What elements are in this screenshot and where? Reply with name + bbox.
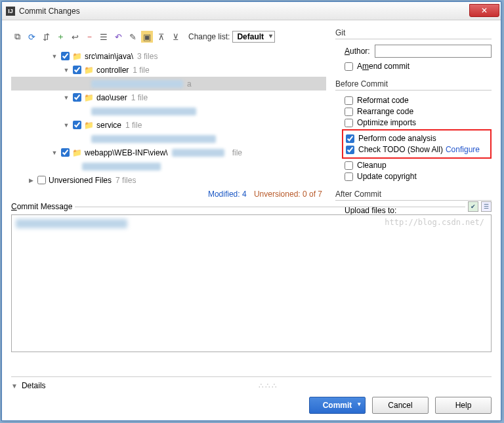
twisty-icon[interactable]: ▶ (27, 177, 35, 184)
collapse-icon[interactable]: ▣ (141, 31, 153, 43)
twisty-icon[interactable]: ▼ (62, 122, 70, 129)
include-checkbox[interactable] (73, 93, 81, 102)
tree-row[interactable]: ▼📁webapp\WEB-INF\view\file (11, 146, 326, 159)
after-title: After Commit (335, 190, 492, 201)
node-label: src\main\java\ (85, 52, 133, 61)
commit-message-textarea[interactable]: http://blog.csdn.net/ (11, 214, 492, 352)
titlebar[interactable]: IJ Commit Changes ✕ (2, 2, 501, 20)
optimize-label: Optimize imports (357, 118, 416, 127)
analysis-checkbox[interactable] (346, 134, 354, 143)
twisty-icon[interactable]: ▼ (51, 150, 58, 156)
reformat-label: Reformat code (357, 96, 409, 105)
folder-icon: 📁 (84, 121, 94, 130)
before-rearrange-row: Rearrange code (345, 107, 492, 116)
rollback-icon[interactable]: ↩ (69, 31, 81, 43)
changes-tree[interactable]: ▼📁src\main\java\3 files▼📁controller1 fil… (11, 49, 326, 187)
history-icon[interactable]: ☰ (481, 201, 492, 212)
before-commit-group: Before Commit Reformat codeRearrange cod… (335, 79, 492, 183)
commit-message-label: Commit Message (11, 202, 72, 211)
watermark: http://blog.csdn.net/ (385, 218, 484, 227)
rearrange-label: Rearrange code (357, 107, 413, 116)
author-label: Author: (345, 47, 375, 56)
edit-icon[interactable]: ✎ (127, 31, 138, 43)
amend-label: Amend commit (357, 62, 410, 71)
cleanup-checkbox[interactable] (345, 161, 353, 170)
copyright-checkbox[interactable] (345, 172, 353, 181)
include-checkbox[interactable] (37, 176, 46, 184)
tree-row[interactable]: ▶Unversioned Files7 files (11, 173, 326, 187)
before-title: Before Commit (335, 79, 492, 91)
include-checkbox[interactable] (73, 66, 81, 74)
spellcheck-icon[interactable]: ✔ (468, 201, 478, 212)
resize-grip-icon[interactable]: ∴∴∴ (46, 381, 492, 390)
node-label: Unversioned Files (49, 176, 112, 185)
tree-row[interactable]: a (11, 77, 326, 91)
undo-icon[interactable]: ↶ (112, 31, 124, 43)
remove-icon[interactable]: － (83, 31, 95, 43)
changelist-dropdown[interactable]: Default (232, 31, 275, 43)
node-label: webapp\WEB-INF\view\ (85, 148, 168, 157)
todo-configure-link[interactable]: Configure (446, 145, 480, 154)
close-button[interactable]: ✕ (469, 4, 499, 17)
node-suffix: 3 files (137, 52, 158, 61)
help-button[interactable]: Help (435, 397, 492, 414)
include-checkbox[interactable] (61, 52, 70, 60)
reformat-checkbox[interactable] (345, 96, 353, 105)
app-icon: IJ (6, 7, 15, 16)
filter-icon[interactable]: ⊻ (170, 31, 182, 43)
optimize-checkbox[interactable] (345, 119, 353, 127)
node-suffix: a (187, 79, 192, 89)
commit-dialog: IJ Commit Changes ✕ ⧉ ⟳ ⇵ ＋ ↩ － ☰ ↶ ✎ ▣ … (1, 1, 501, 421)
node-label: controller (96, 66, 129, 75)
git-title: Git (335, 28, 492, 39)
tree-row[interactable]: ▼📁src\main\java\3 files (11, 49, 326, 63)
unversioned-count: Unversioned: 0 of 7 (254, 190, 322, 199)
twisty-icon[interactable]: ▼ (62, 67, 70, 73)
folder-icon: 📁 (72, 148, 82, 157)
node-suffix: 1 file (133, 66, 149, 75)
move-icon[interactable]: ⇵ (40, 31, 52, 43)
cancel-button[interactable]: Cancel (372, 397, 429, 414)
modified-count: Modified: 4 (208, 190, 247, 199)
details-twisty-icon[interactable]: ▼ (11, 382, 18, 390)
folder-icon: 📁 (72, 52, 82, 61)
tree-row[interactable] (11, 159, 326, 173)
folder-icon: 📁 (84, 66, 94, 75)
twisty-icon[interactable]: ▼ (62, 94, 70, 101)
node-suffix: 1 file (125, 121, 142, 130)
expand-icon[interactable]: ⊼ (156, 31, 167, 43)
tree-row[interactable] (11, 132, 326, 146)
tree-row[interactable] (11, 104, 326, 118)
rearrange-checkbox[interactable] (345, 108, 353, 116)
todo-label: Check TODO (Show All) (358, 145, 443, 154)
twisty-icon[interactable]: ▼ (51, 53, 58, 60)
tree-row[interactable]: ▼📁controller1 file (11, 63, 326, 77)
before-reformat-row: Reformat code (345, 96, 492, 105)
node-suffix: 7 files (116, 176, 136, 185)
commit-button[interactable]: Commit (309, 397, 366, 414)
before-cleanup-row: Cleanup (345, 161, 492, 170)
refresh-icon[interactable]: ⟳ (26, 31, 37, 43)
group-icon[interactable]: ☰ (98, 31, 110, 43)
author-input[interactable] (375, 45, 492, 58)
node-label: service (96, 121, 121, 130)
before-analysis-row: Perform code analysis (346, 134, 490, 143)
dialog-body: ⧉ ⟳ ⇵ ＋ ↩ － ☰ ↶ ✎ ▣ ⊼ ⊻ Change list: Def… (2, 20, 501, 420)
stats-bar: Modified: 4 Unversioned: 0 of 7 (11, 187, 326, 201)
node-suffix: 1 file (131, 93, 148, 102)
add-icon[interactable]: ＋ (54, 31, 66, 43)
before-copyright-row: Update copyright (345, 172, 492, 181)
tree-row[interactable]: ▼📁dao\user1 file (11, 91, 326, 104)
analysis-label: Perform code analysis (358, 134, 436, 143)
show-diff-icon[interactable]: ⧉ (11, 31, 23, 43)
todo-checkbox[interactable] (346, 146, 354, 154)
include-checkbox[interactable] (61, 148, 70, 157)
copyright-label: Update copyright (357, 172, 417, 181)
cleanup-label: Cleanup (357, 161, 387, 170)
include-checkbox[interactable] (73, 121, 81, 129)
tree-row[interactable]: ▼📁service1 file (11, 118, 326, 132)
window-title: Commit Changes (19, 7, 469, 16)
details-section[interactable]: ▼ Details ∴∴∴ (11, 376, 492, 390)
commit-message-header: Commit Message ✔ ☰ (11, 201, 492, 212)
amend-checkbox[interactable] (345, 62, 353, 71)
